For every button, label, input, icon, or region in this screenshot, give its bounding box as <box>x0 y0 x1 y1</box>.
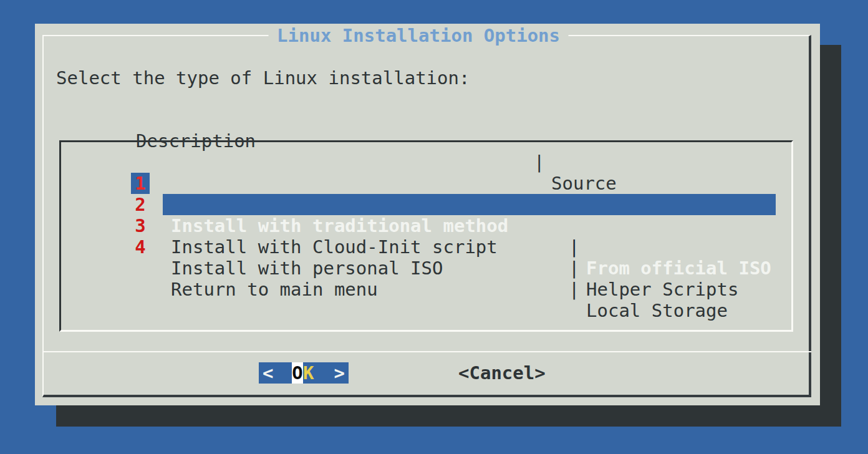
menu-item-source: Local Storage <box>586 300 728 321</box>
menu-item-separator: | <box>569 279 579 300</box>
menu-item-tag: 4 <box>131 236 150 258</box>
menu-item-label: Return to main menu <box>171 279 378 300</box>
cancel-button[interactable]: <Cancel> <box>458 362 546 384</box>
installation-options-dialog: Linux Installation Options Select the ty… <box>35 24 820 405</box>
menu-item-personal-iso-install[interactable]: 3 Install with personal ISO | Local Stor… <box>61 194 791 215</box>
buttons-separator-line <box>42 351 811 352</box>
menu-item-cloud-init-install[interactable]: 2 Install with Cloud-Init script | Helpe… <box>61 173 791 194</box>
menu-item-source: Helper Scripts <box>586 279 738 300</box>
terminal-screen: { "terminal": { "dialog_title": "Linux I… <box>0 0 868 454</box>
menu-item-traditional-install[interactable]: 1 Install with traditional method | From… <box>61 152 791 173</box>
ok-right-bracket: > <box>334 362 345 384</box>
ok-button[interactable]: < O K > <box>259 362 349 384</box>
ok-label-rest: K <box>303 362 314 384</box>
terminal-cursor: O <box>292 362 303 384</box>
ok-left-bracket: < <box>263 362 273 384</box>
menu-item-return-main-menu[interactable]: 4 Return to main menu <box>61 215 791 236</box>
column-headers: Description | Source <box>35 109 79 130</box>
prompt-text: Select the type of Linux installation: <box>56 67 470 89</box>
dialog-title: Linux Installation Options <box>268 25 569 46</box>
